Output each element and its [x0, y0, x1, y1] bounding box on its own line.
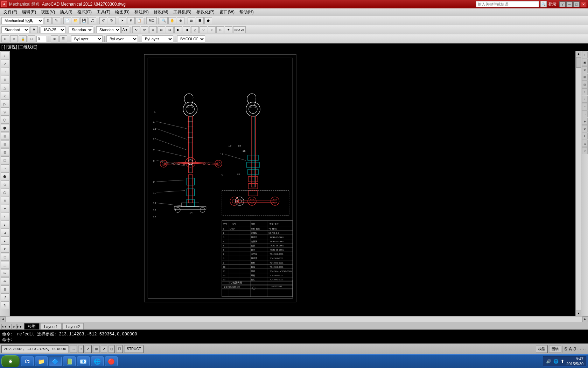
- menu-toolsets[interactable]: 工具集(B): [171, 8, 194, 16]
- t2-btn7[interactable]: ▶: [174, 26, 182, 33]
- tab-layout2[interactable]: Layout2: [62, 323, 84, 329]
- menu-window[interactable]: 窗口(W): [217, 8, 237, 16]
- t2-btn12[interactable]: ◇: [216, 26, 224, 33]
- t2-btn11[interactable]: ○: [208, 26, 216, 33]
- tab-model[interactable]: 模型: [24, 323, 40, 329]
- taskbar-browser-btn[interactable]: 🌐: [91, 356, 104, 366]
- left-btn-4[interactable]: ⊕: [1, 76, 9, 83]
- left-btn-12[interactable]: ⊟: [1, 140, 9, 148]
- left-btn-14[interactable]: □: [1, 156, 9, 164]
- menu-file[interactable]: 文件(F): [1, 8, 19, 16]
- left-btn-7[interactable]: ▷: [1, 100, 9, 108]
- struct-btn[interactable]: STRUCT: [124, 345, 144, 353]
- left-btn-28[interactable]: ✂: [1, 269, 9, 277]
- redo-btn[interactable]: ↻: [108, 17, 115, 24]
- search-input[interactable]: [476, 1, 539, 7]
- t2-btn13[interactable]: ✦: [225, 26, 232, 33]
- left-btn-13[interactable]: ⊠: [1, 148, 9, 156]
- tab-arrow-next[interactable]: ►: [12, 324, 17, 329]
- search-button[interactable]: 🔍: [540, 1, 547, 7]
- t2-btn4[interactable]: ⊕: [149, 26, 157, 33]
- paper-btn[interactable]: 图纸: [549, 345, 561, 353]
- taskbar-excel-btn[interactable]: 📗: [63, 356, 76, 366]
- right-btn-5[interactable]: ⊡: [582, 81, 588, 88]
- left-btn-31[interactable]: ↺: [1, 293, 9, 301]
- scroll-right-btn[interactable]: ►: [582, 316, 588, 322]
- menu-insert[interactable]: 插入(I): [58, 8, 74, 16]
- text-style-btn[interactable]: A: [30, 26, 38, 33]
- render-btn[interactable]: ⬟: [204, 17, 212, 24]
- right-btn-7[interactable]: ↓: [582, 96, 588, 103]
- layer-color-btn[interactable]: □: [28, 35, 35, 42]
- status-dot3[interactable]: ·: [583, 346, 584, 352]
- t2-btn6[interactable]: ⊟: [166, 26, 174, 33]
- text-style-selector[interactable]: Standard: [1, 26, 29, 33]
- t2-btn2[interactable]: ⟲: [132, 26, 140, 33]
- right-btn-13[interactable]: △: [582, 140, 588, 147]
- status-s-icon[interactable]: S: [564, 346, 567, 352]
- t3-btn2[interactable]: ☰: [59, 35, 67, 42]
- left-btn-6[interactable]: ◁: [1, 92, 9, 100]
- right-btn-4[interactable]: ⊞: [582, 74, 588, 81]
- menu-modify[interactable]: 修改(M): [152, 8, 170, 16]
- osnap-btn[interactable]: ⊞: [93, 345, 99, 353]
- right-btn-1[interactable]: ↑: [582, 52, 588, 59]
- dyn-btn[interactable]: ☐: [116, 345, 123, 353]
- otrack-btn[interactable]: ↗: [101, 345, 107, 353]
- settings-btn[interactable]: ⚙: [44, 17, 52, 24]
- taskbar-explorer-btn[interactable]: 📁: [35, 356, 48, 366]
- t2-btn3[interactable]: ⟳: [141, 26, 148, 33]
- left-btn-21[interactable]: ▪: [1, 213, 9, 220]
- standard2-selector[interactable]: Standard: [69, 26, 93, 33]
- status-j-icon[interactable]: J: [573, 346, 576, 352]
- zoom-btn[interactable]: 🔍: [160, 17, 168, 24]
- right-btn-6[interactable]: ↑: [582, 88, 588, 95]
- left-btn-16[interactable]: ⬟: [1, 172, 9, 180]
- maximize-button[interactable]: □: [573, 1, 580, 7]
- status-dot4[interactable]: ·: [585, 346, 587, 352]
- t2-btn1[interactable]: A▼: [121, 26, 129, 33]
- left-btn-15[interactable]: ○: [1, 164, 9, 172]
- taskbar-acad-btn[interactable]: 🔷: [49, 356, 62, 366]
- scroll-up-btn[interactable]: ▲: [576, 51, 581, 56]
- left-btn-2[interactable]: ↗: [1, 60, 9, 67]
- iso25-btn[interactable]: ISO-25: [233, 26, 246, 33]
- minimize-button[interactable]: ─: [566, 1, 573, 7]
- layer-props-btn[interactable]: ⊞: [1, 35, 9, 42]
- left-btn-24[interactable]: ▴: [1, 237, 9, 245]
- layer-freeze-btn[interactable]: ☀: [10, 35, 18, 42]
- tab-arrow-first[interactable]: ◄◄: [1, 324, 6, 329]
- layer-num-input[interactable]: [36, 36, 47, 42]
- left-btn-23[interactable]: ◂: [1, 229, 9, 237]
- workspace[interactable]: 1 16 25 7 8 9 10 11 12 13 1: [10, 51, 575, 316]
- right-btn-10[interactable]: ◈: [582, 118, 588, 125]
- new-btn[interactable]: 📄: [63, 17, 71, 24]
- t2-btn10[interactable]: ▽: [200, 26, 207, 33]
- props-btn[interactable]: ☰: [196, 17, 204, 24]
- left-btn-18[interactable]: ⬠: [1, 189, 9, 196]
- left-btn-22[interactable]: ▸: [1, 221, 9, 229]
- menu-draw[interactable]: 绘图(D): [113, 8, 132, 16]
- left-btn-30[interactable]: ⊕: [1, 285, 9, 293]
- ducs-btn[interactable]: ⊡: [108, 345, 115, 353]
- standard3-selector[interactable]: Standard: [96, 26, 121, 33]
- close-button[interactable]: ✕: [580, 1, 587, 7]
- cmd-input[interactable]: [14, 337, 586, 342]
- settings2-btn[interactable]: ✎: [52, 17, 60, 24]
- bylayer1-selector[interactable]: ByLayer: [71, 35, 103, 42]
- left-btn-29[interactable]: ✏: [1, 277, 9, 285]
- left-btn-19[interactable]: ✕: [1, 197, 9, 204]
- tab-arrow-prev[interactable]: ◄: [7, 324, 12, 329]
- cut-btn[interactable]: ✂: [119, 17, 126, 24]
- taskbar-acrobat-btn[interactable]: 🔴: [105, 356, 118, 366]
- left-btn-3[interactable]: →: [1, 68, 9, 75]
- t2-btn8[interactable]: ◀: [183, 26, 190, 33]
- print-btn[interactable]: 🖨: [89, 17, 96, 24]
- left-btn-8[interactable]: ▽: [1, 108, 9, 116]
- menu-tools[interactable]: 工具(T): [94, 8, 112, 16]
- left-btn-32[interactable]: ↻: [1, 301, 9, 309]
- left-btn-27[interactable]: ☰: [1, 261, 9, 269]
- bylayer3-selector[interactable]: ByLayer: [142, 35, 173, 42]
- start-button[interactable]: ⊞: [1, 355, 20, 367]
- status-dot1[interactable]: ·: [578, 346, 579, 352]
